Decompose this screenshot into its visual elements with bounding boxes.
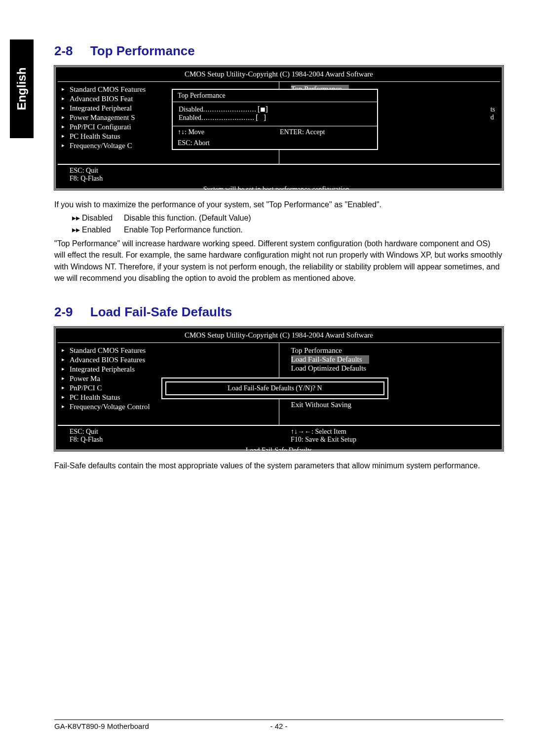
- bios1-frag: ts d: [491, 106, 495, 121]
- footer-page-number: - 42 -: [270, 722, 287, 730]
- para-28-1: If you wish to maximize the performance …: [54, 199, 503, 210]
- opt-enabled-desc: Enable Top Performance function.: [124, 224, 503, 236]
- opt-disabled-desc: Disable this function. (Default Value): [124, 212, 503, 224]
- menu-item[interactable]: Integrated Peripherals: [70, 365, 274, 374]
- bios2-bottom-left: ESC: Quit F8: Q-Flash: [58, 426, 279, 446]
- opt-enabled-row: ▸▸ Enabled Enable Top Performance functi…: [72, 224, 503, 236]
- section-28-title: Top Performance: [90, 43, 195, 58]
- popup-title: Top Performance: [173, 90, 377, 102]
- page-footer: GA-K8VT890-9 Motherboard - 42 -: [54, 719, 503, 730]
- popup-option-disabled[interactable]: Disabled[■]: [179, 105, 371, 113]
- section-28-heading: 2-8 Top Performance: [54, 43, 503, 59]
- section-29-title: Load Fail-Safe Defaults: [90, 304, 232, 319]
- popup-hint-move: ↑↓: Move: [173, 126, 275, 138]
- bios2-title: CMOS Setup Utility-Copyright (C) 1984-20…: [58, 330, 500, 342]
- popup-option-enabled[interactable]: Enabled[ ]: [179, 113, 371, 122]
- menu-item[interactable]: Exit Without Saving: [291, 400, 495, 410]
- opt-enabled-label: Enabled: [82, 224, 124, 236]
- popup-hint-esc: ESC: Abort: [173, 138, 377, 149]
- bios-screenshot-1: CMOS Setup Utility-Copyright (C) 1984-20…: [54, 66, 503, 190]
- para-29-1: Fail-Safe defaults contain the most appr…: [54, 460, 503, 471]
- para-28-2: "Top Performance" will increase hardware…: [54, 238, 503, 284]
- hint-f8: F8: Q-Flash: [70, 436, 274, 444]
- menu-item[interactable]: Load Optimized Defaults: [291, 364, 495, 373]
- bios2-footer-msg: Load Fail-Safe Defaults: [58, 446, 500, 455]
- menu-item[interactable]: Top Performance: [291, 346, 495, 355]
- arrow-icon: ▸▸: [72, 212, 80, 224]
- opt-disabled-label: Disabled: [82, 212, 124, 224]
- hint-esc: ESC: Quit: [70, 167, 274, 175]
- section-28-num: 2-8: [54, 43, 73, 58]
- language-tab: English: [10, 39, 34, 138]
- arrow-icon: ▸▸: [72, 224, 80, 236]
- bios1-footer-msg: System will be set in best performance c…: [58, 185, 500, 194]
- hint-esc: ESC: Quit: [70, 428, 274, 436]
- section-29-heading: 2-9 Load Fail-Safe Defaults: [54, 304, 503, 320]
- confirm-text: Load Fail-Safe Defaults (Y/N)? N: [165, 381, 384, 395]
- menu-item[interactable]: Standard CMOS Features: [70, 346, 274, 355]
- menu-item-selected[interactable]: Load Fail-Safe Defaults: [291, 355, 369, 364]
- bios1-popup: Top Performance Disabled[■] Enabled[ ] ↑…: [172, 89, 378, 150]
- popup-hint-enter: ENTER: Accept: [275, 126, 377, 138]
- hint-f8: F8: Q-Flash: [70, 175, 274, 183]
- language-label: English: [15, 68, 29, 111]
- hint-f10: F10: Save & Exit Setup: [291, 436, 495, 444]
- menu-item[interactable]: Frequency/Voltage Control: [70, 402, 274, 412]
- footer-product: GA-K8VT890-9 Motherboard: [54, 722, 149, 730]
- bios2-bottom-right: ↑↓→←: Select Item F10: Save & Exit Setup: [279, 426, 500, 446]
- bios1-bottom-left: ESC: Quit F8: Q-Flash: [58, 165, 279, 185]
- section-29-num: 2-9: [54, 304, 73, 319]
- opt-disabled-row: ▸▸ Disabled Disable this function. (Defa…: [72, 212, 503, 224]
- bios2-confirm-popup[interactable]: Load Fail-Safe Defaults (Y/N)? N: [161, 378, 388, 399]
- bios1-title: CMOS Setup Utility-Copyright (C) 1984-20…: [58, 69, 500, 81]
- hint-select: ↑↓→←: Select Item: [291, 428, 495, 436]
- bios-screenshot-2: CMOS Setup Utility-Copyright (C) 1984-20…: [54, 327, 503, 451]
- menu-item[interactable]: Advanced BIOS Features: [70, 355, 274, 365]
